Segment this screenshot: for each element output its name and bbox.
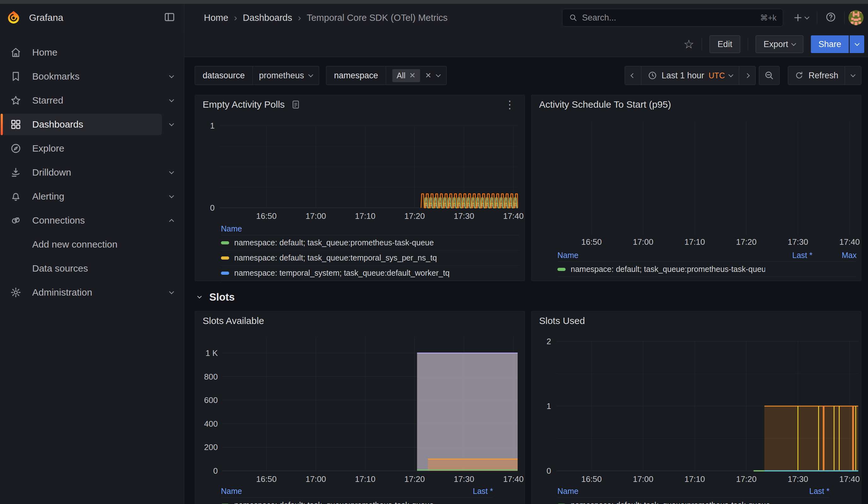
add-new-button[interactable] <box>793 12 809 23</box>
series-name[interactable]: namespace: default; task_queue:prometheu… <box>571 501 782 504</box>
series-name[interactable]: namespace: temporal_system; task_queue:d… <box>234 268 519 278</box>
legend-row[interactable]: namespace: default; task_queue:prometheu… <box>557 498 829 504</box>
breadcrumb-home[interactable]: Home <box>204 13 228 23</box>
edit-button[interactable]: Edit <box>710 35 740 53</box>
avatar[interactable] <box>848 10 864 25</box>
chevron-down-icon <box>728 72 734 77</box>
svg-text:17:10: 17:10 <box>684 474 705 484</box>
sidebar-item-administration[interactable]: Administration <box>0 280 184 305</box>
panel-title[interactable]: Slots Used <box>539 316 585 326</box>
legend-header-last[interactable]: Last * <box>765 251 813 260</box>
refresh-button[interactable]: Refresh <box>788 66 845 85</box>
edit-label: Edit <box>717 40 732 49</box>
sidebar-item-alerting[interactable]: Alerting <box>0 184 184 208</box>
svg-text:17:00: 17:00 <box>306 211 326 221</box>
empty-activity-polls-chart[interactable]: 16:5017:0017:1017:2017:3017:4001 <box>195 95 525 223</box>
chevron-down-icon[interactable] <box>169 169 174 174</box>
chevron-up-icon[interactable] <box>169 219 174 224</box>
series-name[interactable]: namespace: default; task_queue:prometheu… <box>234 238 519 247</box>
chevron-down-icon <box>436 72 441 77</box>
sidebar-item-starred[interactable]: Starred <box>0 89 184 112</box>
time-forward-button[interactable] <box>739 66 755 85</box>
timepicker-button[interactable]: Last 1 hour UTC <box>641 66 739 85</box>
sidebar-item-bookmarks[interactable]: Bookmarks <box>0 64 184 89</box>
legend-header-last[interactable]: Last * <box>446 487 493 496</box>
series-name[interactable]: namespace: default; task_queue:temporal_… <box>234 253 519 263</box>
svg-text:600: 600 <box>204 395 218 405</box>
chevron-down-icon <box>308 72 313 77</box>
svg-text:800: 800 <box>204 372 218 381</box>
legend-header-name[interactable]: Name <box>557 487 782 496</box>
legend: Name Last * namespace: default; task_que… <box>557 485 829 504</box>
legend-header-name[interactable]: Name <box>557 251 765 260</box>
help-icon <box>825 12 836 22</box>
svg-text:17:40: 17:40 <box>839 237 860 247</box>
chevron-down-icon[interactable] <box>169 97 174 102</box>
sidebar-item-connections[interactable]: Connections <box>0 208 184 233</box>
help-button[interactable] <box>825 12 836 24</box>
slots-used-chart[interactable]: 16:5017:0017:1017:2017:3017:40012 <box>531 311 861 486</box>
sidebar-toggle-icon[interactable] <box>164 11 175 24</box>
panel-title[interactable]: Activity Schedule To Start (p95) <box>539 99 671 110</box>
refresh-interval-button[interactable] <box>845 66 861 85</box>
legend-row[interactable]: namespace: temporal_system; task_queue:d… <box>221 266 519 281</box>
svg-text:2: 2 <box>547 337 551 346</box>
sidebar-item-data-sources[interactable]: Data sources <box>0 256 184 280</box>
sidebar-item-explore[interactable]: Explore <box>0 136 184 161</box>
description-icon[interactable] <box>291 100 300 109</box>
panel-title[interactable]: Empty Activity Polls <box>203 99 285 110</box>
panel-menu-icon[interactable]: ⋮ <box>500 98 519 111</box>
share-button[interactable]: Share <box>811 35 849 53</box>
divider <box>844 11 845 24</box>
zoom-out-button[interactable] <box>759 66 779 85</box>
chevron-down-icon[interactable] <box>169 289 174 294</box>
sidebar-item-add-new-connection[interactable]: Add new connection <box>0 233 184 256</box>
favorite-star-icon[interactable]: ☆ <box>683 38 694 50</box>
sidebar-item-label: Data sources <box>32 263 173 274</box>
share-menu-button[interactable] <box>850 35 864 53</box>
remove-chip-icon[interactable]: ✕ <box>410 71 416 80</box>
search-input[interactable] <box>582 13 760 23</box>
legend-header-last[interactable]: Last * <box>782 487 829 496</box>
activity-schedule-chart[interactable]: 16:5017:0017:1017:2017:3017:40 <box>531 95 861 250</box>
series-name[interactable]: namespace: default; task_queue:prometheu… <box>571 265 765 274</box>
panel-title[interactable]: Slots Available <box>203 316 264 326</box>
divider <box>702 38 702 51</box>
grafana-logo-icon[interactable] <box>6 10 21 25</box>
legend-row[interactable]: namespace: default; task_queue:prometheu… <box>221 235 519 250</box>
sidebar-item-home[interactable]: Home <box>0 40 184 64</box>
row-section-slots[interactable]: Slots <box>198 289 235 305</box>
chevron-down-icon[interactable] <box>169 121 174 126</box>
legend-row[interactable]: namespace: default; task_queue:temporal_… <box>221 250 519 266</box>
sidebar-item-drilldown[interactable]: Drilldown <box>0 161 184 184</box>
svg-text:17:30: 17:30 <box>787 474 808 484</box>
breadcrumb: Home › Dashboards › Temporal Core SDK (O… <box>184 12 447 23</box>
time-back-button[interactable] <box>625 66 641 85</box>
series-swatch <box>221 271 229 275</box>
search-box[interactable]: ⌘+k <box>562 9 783 27</box>
breadcrumb-dashboards[interactable]: Dashboards <box>243 13 292 23</box>
panel-header: Activity Schedule To Start (p95) <box>531 95 861 114</box>
legend-row[interactable]: namespace: default; task_queue:prometheu… <box>557 262 857 277</box>
chevron-down-icon[interactable] <box>169 193 174 198</box>
chevron-down-icon[interactable] <box>169 73 174 78</box>
slots-available-chart[interactable]: 16:5017:0017:1017:2017:3017:400200400600… <box>195 311 525 486</box>
legend-header-name[interactable]: Name <box>221 224 242 233</box>
chevron-down-icon <box>851 72 856 77</box>
variable-label: namespace <box>327 66 386 85</box>
brand-name: Grafana <box>29 12 164 23</box>
series-name[interactable]: namespace: default; task_queue:prometheu… <box>234 501 446 504</box>
export-button[interactable]: Export <box>756 35 803 53</box>
clear-icon[interactable]: ✕ <box>425 71 432 80</box>
timezone-label: UTC <box>709 71 725 80</box>
namespace-select[interactable]: All ✕ ✕ <box>386 66 446 85</box>
namespace-chip[interactable]: All ✕ <box>392 69 420 82</box>
svg-text:200: 200 <box>204 442 218 452</box>
legend-row[interactable]: namespace: default; task_queue:prometheu… <box>221 498 493 504</box>
svg-text:17:40: 17:40 <box>839 474 860 484</box>
legend-header-max[interactable]: Max <box>813 251 857 260</box>
datasource-select[interactable]: prometheus <box>253 66 319 85</box>
legend-header-name[interactable]: Name <box>221 487 446 496</box>
sidebar-item-dashboards[interactable]: Dashboards <box>0 112 184 136</box>
sidebar-item-label: Explore <box>32 143 173 154</box>
